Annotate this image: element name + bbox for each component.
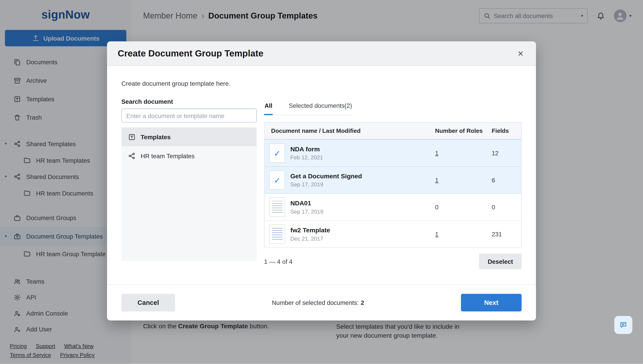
modal-header: Create Document Group Template xyxy=(107,41,536,66)
chat-feedback-icon xyxy=(619,321,627,329)
document-thumbnail xyxy=(269,198,285,217)
folder-item-hr-team-templates[interactable]: HR team Templates xyxy=(121,146,257,165)
pagination-status: 1 — 4 of 4 xyxy=(264,258,292,265)
fields-count: 231 xyxy=(492,231,521,238)
document-name: Get a Document Signed xyxy=(290,172,362,180)
share-icon xyxy=(128,152,136,160)
modal-title: Create Document Group Template xyxy=(118,48,263,59)
document-name: NDA01 xyxy=(290,200,323,207)
cancel-button[interactable]: Cancel xyxy=(121,294,175,311)
selected-documents-count-label: Number of selected documents: xyxy=(272,299,359,306)
document-date: Sep 17, 2019 xyxy=(290,209,323,215)
tab-all[interactable]: All xyxy=(264,101,273,115)
document-thumbnail-checked xyxy=(269,144,285,163)
document-tabs: All Selected documents(2) xyxy=(264,101,353,115)
table-row[interactable]: NDA01 Sep 17, 2019 0 0 xyxy=(264,194,521,220)
document-date: Dec 21, 2017 xyxy=(290,236,330,242)
roles-count-link[interactable]: 1 xyxy=(435,150,438,156)
search-document-label: Search document xyxy=(121,98,257,105)
fields-count: 6 xyxy=(492,176,521,184)
column-header-name: Document name / Last Modified xyxy=(264,128,435,134)
fields-count: 12 xyxy=(492,150,521,156)
modal-body: Create document group template here. Sea… xyxy=(107,66,536,269)
document-selection-panel: All Selected documents(2) Document name … xyxy=(264,98,521,269)
deselect-button[interactable]: Deselect xyxy=(479,254,521,269)
modal-footer: Cancel Number of selected documents:2 Ne… xyxy=(107,284,536,320)
table-row[interactable]: fw2 Template Dec 21, 2017 1 231 xyxy=(264,220,521,248)
modal-subtitle: Create document group template here. xyxy=(121,80,521,87)
document-date: Feb 12, 2021 xyxy=(290,154,323,161)
check-icon xyxy=(274,149,281,157)
feedback-chat-button[interactable] xyxy=(614,316,632,334)
close-icon[interactable] xyxy=(516,48,525,59)
roles-count-link[interactable]: 1 xyxy=(435,176,438,184)
column-header-fields: Fields xyxy=(492,128,521,134)
tab-selected-documents[interactable]: Selected documents(2) xyxy=(288,101,353,115)
folder-item-templates[interactable]: Templates xyxy=(121,128,257,146)
check-icon xyxy=(274,176,281,184)
folder-label: HR team Templates xyxy=(141,152,195,159)
table-header-row: Document name / Last Modified Number of … xyxy=(264,122,521,139)
table-row[interactable]: NDA form Feb 12, 2021 1 12 xyxy=(264,139,521,166)
create-document-group-template-modal: Create Document Group Template Create do… xyxy=(107,41,536,320)
document-name: NDA form xyxy=(290,146,323,153)
folder-label: Templates xyxy=(141,134,171,140)
column-header-roles: Number of Roles xyxy=(435,128,492,134)
document-thumbnail-checked xyxy=(269,170,285,190)
documents-table: Document name / Last Modified Number of … xyxy=(264,122,521,248)
document-search-input[interactable] xyxy=(121,109,257,122)
document-date: Sep 17, 2019 xyxy=(290,182,362,188)
folder-list: Templates HR team Templates xyxy=(121,128,257,261)
document-thumbnail xyxy=(269,224,285,244)
document-preview-lines xyxy=(272,228,282,240)
table-row[interactable]: Get a Document Signed Sep 17, 2019 1 6 xyxy=(264,166,521,193)
next-button[interactable]: Next xyxy=(461,294,522,311)
roles-count-link[interactable]: 1 xyxy=(435,231,438,238)
template-icon xyxy=(128,133,136,141)
fields-count: 0 xyxy=(492,204,521,211)
document-browser-panel: Search document Templates HR team Templa… xyxy=(121,98,257,269)
roles-count: 0 xyxy=(435,204,438,211)
document-preview-lines xyxy=(272,201,282,214)
document-name: fw2 Template xyxy=(290,226,330,234)
app-window: signNow Upload Documents Documents Archi… xyxy=(0,0,643,364)
selected-documents-count-value: 2 xyxy=(361,299,364,306)
selected-documents-count: Number of selected documents:2 xyxy=(272,299,364,306)
